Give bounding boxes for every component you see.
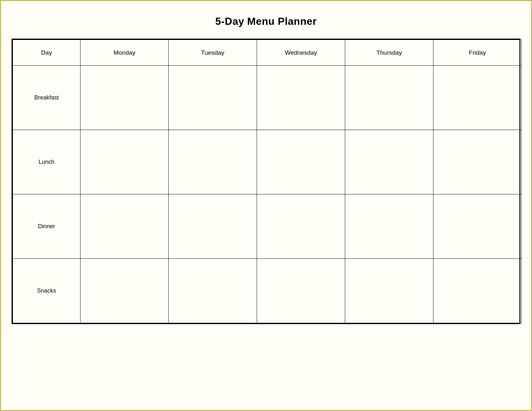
table-row: Snacks: [13, 259, 522, 323]
cell-dinner-friday[interactable]: [433, 194, 522, 259]
col-header-day: Day: [13, 40, 81, 66]
cell-breakfast-wednesday[interactable]: [257, 66, 345, 130]
cell-snacks-wednesday[interactable]: [257, 259, 345, 323]
cell-lunch-friday[interactable]: [433, 130, 522, 194]
cell-snacks-thursday[interactable]: [345, 259, 433, 323]
header-row: Day Monday Tuesday Wednesday Thursday Fr…: [13, 40, 522, 66]
col-header-tuesday: Tuesday: [169, 40, 257, 66]
cell-lunch-wednesday[interactable]: [257, 130, 345, 194]
cell-dinner-monday[interactable]: [81, 194, 169, 259]
page-title: 5-Day Menu Planner: [215, 15, 317, 27]
cell-snacks-friday[interactable]: [433, 259, 522, 323]
meal-label-lunch: Lunch: [13, 130, 81, 194]
cell-breakfast-monday[interactable]: [81, 66, 169, 130]
col-header-wednesday: Wednesday: [257, 40, 345, 66]
cell-breakfast-friday[interactable]: [433, 66, 522, 130]
cell-dinner-thursday[interactable]: [345, 194, 433, 259]
cell-lunch-tuesday[interactable]: [169, 130, 257, 194]
cell-dinner-tuesday[interactable]: [169, 194, 257, 259]
table-row: Dinner: [13, 194, 522, 259]
cell-snacks-tuesday[interactable]: [169, 259, 257, 323]
menu-table: Day Monday Tuesday Wednesday Thursday Fr…: [13, 40, 522, 323]
col-header-thursday: Thursday: [345, 40, 433, 66]
cell-snacks-monday[interactable]: [81, 259, 169, 323]
cell-breakfast-thursday[interactable]: [345, 66, 433, 130]
meal-label-dinner: Dinner: [13, 194, 81, 259]
cell-lunch-thursday[interactable]: [345, 130, 433, 194]
cell-lunch-monday[interactable]: [81, 130, 169, 194]
cell-breakfast-tuesday[interactable]: [169, 66, 257, 130]
cell-dinner-wednesday[interactable]: [257, 194, 345, 259]
table-row: Breakfast: [13, 66, 522, 130]
col-header-friday: Friday: [433, 40, 522, 66]
col-header-monday: Monday: [81, 40, 169, 66]
meal-label-breakfast: Breakfast: [13, 66, 81, 130]
table-row: Lunch: [13, 130, 522, 194]
meal-label-snacks: Snacks: [13, 259, 81, 323]
menu-table-container: Day Monday Tuesday Wednesday Thursday Fr…: [12, 39, 520, 324]
